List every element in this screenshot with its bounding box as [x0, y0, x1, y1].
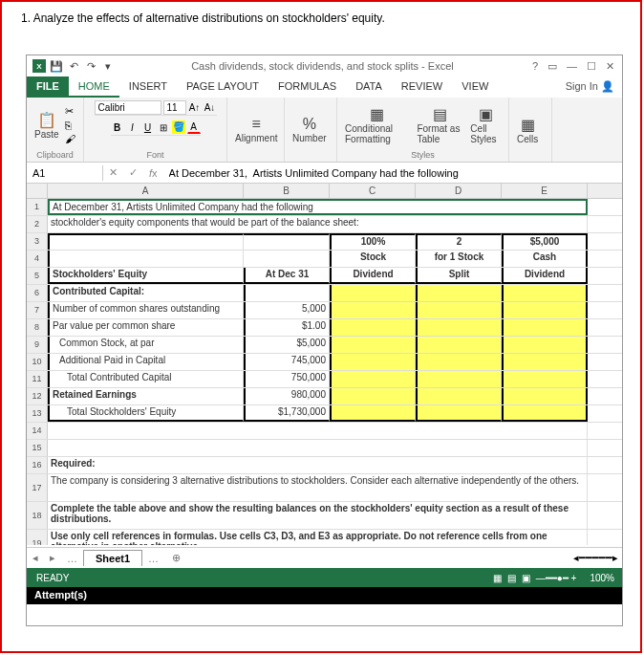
bold-button[interactable]: B — [111, 120, 124, 134]
zoom-level[interactable]: 100% — [582, 573, 622, 583]
cell[interactable] — [330, 388, 416, 404]
format-as-table-button[interactable]: ▤Format as Table — [415, 103, 464, 146]
cell[interactable] — [330, 371, 416, 387]
help-icon[interactable]: ? — [532, 60, 538, 73]
sheet-nav-prev[interactable]: ◂ — [27, 552, 44, 564]
row-header[interactable]: 11 — [27, 371, 48, 387]
cell[interactable]: Retained Earnings — [48, 388, 244, 404]
cell[interactable] — [330, 319, 416, 336]
cell[interactable] — [416, 285, 502, 301]
tab-view[interactable]: VIEW — [452, 76, 498, 98]
cells-button[interactable]: ▦Cells — [515, 114, 540, 146]
tab-formulas[interactable]: FORMULAS — [268, 76, 346, 98]
font-name-select[interactable] — [95, 100, 161, 115]
cell[interactable]: Dividend — [330, 268, 416, 284]
cell[interactable]: 100% — [330, 233, 416, 250]
cell[interactable] — [502, 319, 588, 336]
cell[interactable]: Contributed Capital: — [48, 285, 244, 301]
sheet-grid[interactable]: 1At December 31, Artists Unlimited Compa… — [27, 199, 622, 545]
cell[interactable] — [416, 354, 502, 370]
format-painter-icon[interactable]: 🖌 — [65, 133, 75, 144]
cell[interactable]: The company is considering 3 alternative… — [48, 474, 588, 501]
row-header[interactable]: 1 — [27, 199, 48, 215]
row-header[interactable]: 13 — [27, 405, 48, 422]
cell[interactable]: 2 — [416, 233, 502, 250]
font-color-button[interactable]: A — [187, 120, 201, 134]
cell[interactable]: Cash — [502, 251, 588, 267]
cell[interactable]: Use only cell references in formulas. Us… — [48, 530, 588, 545]
cell[interactable]: 5,000 — [244, 302, 330, 318]
enter-formula-icon[interactable]: ✓ — [123, 166, 143, 179]
col-header-a[interactable]: A — [48, 184, 244, 198]
row-header[interactable]: 17 — [27, 474, 48, 501]
cell[interactable] — [502, 371, 588, 387]
font-size-select[interactable] — [163, 100, 186, 115]
cell[interactable] — [416, 371, 502, 387]
col-header-e[interactable]: E — [502, 184, 588, 198]
cell[interactable]: Split — [416, 268, 502, 284]
cell[interactable]: Additional Paid in Capital — [48, 354, 244, 370]
paste-button[interactable]: 📋Paste — [32, 109, 61, 142]
row-header[interactable]: 15 — [27, 440, 48, 456]
row-header[interactable]: 3 — [27, 233, 48, 250]
cell[interactable] — [502, 337, 588, 353]
conditional-formatting-button[interactable]: ▦Conditional Formatting — [343, 103, 411, 146]
cut-icon[interactable]: ✂ — [65, 105, 75, 118]
cell[interactable] — [330, 285, 416, 301]
cell[interactable] — [48, 423, 588, 439]
cell[interactable] — [502, 388, 588, 404]
row-header[interactable]: 2 — [27, 216, 48, 232]
cell[interactable] — [416, 388, 502, 404]
alignment-button[interactable]: ≡Alignment — [233, 114, 279, 145]
cancel-formula-icon[interactable]: ✕ — [103, 166, 123, 179]
sheet-nav-more2[interactable]: … — [142, 553, 164, 564]
row-header[interactable]: 12 — [27, 388, 48, 404]
maximize-button[interactable]: ☐ — [587, 60, 596, 73]
cell[interactable]: Total Contributed Capital — [48, 371, 244, 387]
cell[interactable]: Stock — [330, 251, 416, 267]
tab-file[interactable]: FILE — [27, 76, 69, 98]
cell[interactable] — [244, 251, 330, 267]
cell[interactable]: Total Stockholders' Equity — [48, 405, 244, 422]
cell[interactable]: $5,000 — [244, 337, 330, 353]
cell[interactable] — [502, 285, 588, 301]
cell[interactable]: $1.00 — [244, 319, 330, 336]
sheet-nav-more[interactable]: … — [61, 553, 83, 564]
horizontal-scroll[interactable]: ◂━━━━━▸ — [573, 552, 622, 564]
cell[interactable] — [416, 319, 502, 336]
redo-icon[interactable]: ↷ — [84, 59, 97, 73]
row-header[interactable]: 14 — [27, 423, 48, 439]
cell[interactable]: At December 31, Artists Unlimited Compan… — [48, 199, 588, 215]
sign-in-button[interactable]: Sign In 👤 — [558, 76, 622, 98]
undo-icon[interactable]: ↶ — [67, 59, 80, 73]
ribbon-options-icon[interactable]: ▭ — [547, 60, 557, 73]
cell[interactable] — [48, 251, 244, 267]
cell[interactable] — [330, 354, 416, 370]
cell[interactable]: At Dec 31 — [244, 268, 330, 284]
sheet-nav-next[interactable]: ▸ — [44, 552, 61, 564]
minimize-button[interactable]: — — [567, 60, 577, 73]
row-header[interactable]: 4 — [27, 251, 48, 267]
cell[interactable]: $1,730,000 — [244, 405, 330, 422]
cell[interactable]: 980,000 — [244, 388, 330, 404]
cell[interactable] — [330, 302, 416, 318]
col-header-c[interactable]: C — [330, 184, 416, 198]
cell[interactable] — [244, 285, 330, 301]
cell[interactable] — [416, 405, 502, 422]
row-header[interactable]: 9 — [27, 337, 48, 353]
cell[interactable]: Number of common shares outstanding — [48, 302, 244, 318]
page-break-view-icon[interactable]: ▣ — [522, 573, 530, 583]
cell[interactable]: Par value per common share — [48, 319, 244, 336]
row-header[interactable]: 10 — [27, 354, 48, 370]
zoom-slider[interactable]: —━━●━ + — [536, 573, 577, 583]
col-header-b[interactable]: B — [244, 184, 330, 198]
cell[interactable] — [48, 233, 244, 250]
tab-data[interactable]: DATA — [346, 76, 392, 98]
grow-font-icon[interactable]: A↑ — [188, 100, 202, 114]
row-header[interactable]: 6 — [27, 285, 48, 301]
name-box[interactable]: A1 — [27, 165, 103, 181]
number-format-button[interactable]: %Number — [290, 114, 329, 145]
cell[interactable] — [502, 354, 588, 370]
cell[interactable]: $5,000 — [502, 233, 588, 250]
select-all-corner[interactable] — [27, 184, 48, 198]
